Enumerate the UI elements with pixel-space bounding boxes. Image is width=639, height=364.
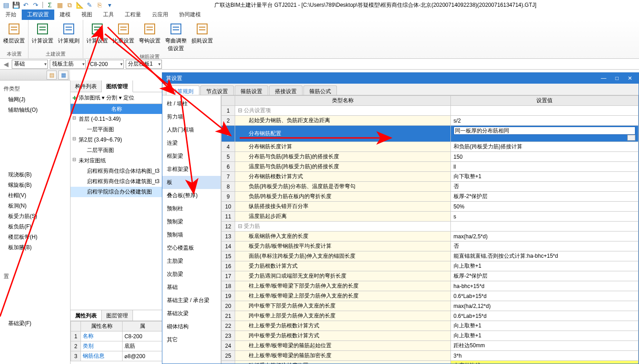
setting-value-input[interactable]: [454, 127, 635, 135]
left-item[interactable]: 板洞(N): [6, 201, 66, 211]
menu-建模[interactable]: 建模: [54, 9, 76, 20]
setting-value[interactable]: [450, 106, 638, 116]
setting-name[interactable]: 分布筋与负筋(跨板受力筋)的搭接长度: [235, 152, 451, 162]
left-item[interactable]: 柱帽(V): [6, 190, 66, 201]
setting-name[interactable]: 柱上板带/板带暗梁上部受力筋伸入支座的长度: [235, 291, 451, 301]
cat-item[interactable]: 次肋梁: [162, 268, 221, 281]
tree-node[interactable]: 启程框剪商住综合体结构图_t3: [71, 166, 163, 176]
cat-item[interactable]: 基础: [162, 281, 221, 294]
cat-item[interactable]: 柱 / 墙柱: [162, 97, 221, 110]
ribbon-弯曲调整值设置[interactable]: 弯曲调整值设置: [165, 22, 187, 52]
cat-item[interactable]: 预制柱: [162, 202, 221, 215]
setting-name[interactable]: 纵筋搭接接头错开百分率: [235, 202, 451, 212]
setting-value[interactable]: 向下取整+1: [450, 172, 638, 182]
mid-tab[interactable]: 构件列表: [71, 80, 102, 92]
mid-tool[interactable]: 添加图纸 ▾: [79, 94, 104, 102]
prop-tab[interactable]: 图层管理: [102, 310, 133, 321]
ribbon-比重设置[interactable]: 比重设置: [112, 22, 135, 45]
setting-name[interactable]: 柱上板带/板带暗梁的箍筋起始位置: [235, 341, 451, 351]
left-item[interactable]: 螺旋板(B): [6, 180, 66, 190]
setting-value[interactable]: 向上取整+1: [450, 321, 638, 331]
minimize-icon[interactable]: —: [598, 75, 609, 81]
cat-item[interactable]: 非框架梁: [162, 163, 221, 176]
ribbon-弯钩设置[interactable]: 弯钩设置: [138, 22, 161, 45]
cat-item[interactable]: 预制墙: [162, 228, 221, 241]
setting-value[interactable]: 板厚-2*保护层: [450, 271, 638, 281]
cat-item[interactable]: 其它: [162, 333, 221, 346]
cat-item[interactable]: 砌体结构: [162, 320, 221, 333]
tree-node[interactable]: 首层 (-0.11~3.49): [71, 114, 163, 124]
menu-工程设置[interactable]: 工程设置: [22, 9, 54, 20]
cat-item[interactable]: 板: [162, 176, 221, 189]
selector-C8-200[interactable]: C8-200: [88, 60, 124, 69]
tree-view-icon[interactable]: ▦: [58, 71, 68, 80]
menu-工程量[interactable]: 工程量: [119, 9, 147, 20]
setting-name[interactable]: ⊟ 受力筋: [235, 222, 451, 232]
ellipsis-button[interactable]: ⋯: [627, 135, 635, 141]
left-item[interactable]: 楼层板带(H): [6, 232, 66, 242]
mid-tool[interactable]: 定位: [123, 94, 134, 102]
setting-name[interactable]: 柱上板带/板带暗梁的箍筋加密长度: [235, 351, 451, 361]
lock-icon[interactable]: ✎: [85, 1, 94, 9]
setting-name[interactable]: 跨中板带受力筋根数计算方式: [235, 331, 451, 341]
compare-icon[interactable]: ⧉: [66, 1, 74, 9]
ribbon-楼层设置[interactable]: 楼层设置: [3, 22, 25, 45]
setting-name[interactable]: 受力筋遇洞口或端部无支座时的弯折长度: [235, 271, 451, 281]
prop-name[interactable]: 钢筋信息: [81, 351, 123, 361]
cat-item[interactable]: 基础主梁 / 承台梁: [162, 294, 221, 307]
setting-name[interactable]: 面筋(单标注跨板受力筋)伸入支座的锚固长度: [235, 251, 451, 261]
setting-name[interactable]: 负筋(跨板受力筋)分布筋、温度筋是否带弯勾: [235, 182, 451, 192]
menu-视图[interactable]: 视图: [76, 9, 98, 20]
selector-基础[interactable]: 基础: [12, 60, 48, 69]
report-icon[interactable]: ▦: [56, 1, 64, 9]
setting-value[interactable]: 0.6*Lab+15*d: [450, 311, 638, 321]
dialog-tab[interactable]: 箍筋设置: [235, 85, 268, 95]
save-icon[interactable]: 💾: [12, 1, 20, 9]
cat-item[interactable]: 剪力墙: [162, 110, 221, 123]
dialog-tab[interactable]: 箍筋公式: [303, 85, 337, 95]
left-item[interactable]: 板加腋(B): [6, 242, 66, 253]
menu-开始[interactable]: 开始: [0, 9, 22, 20]
setting-value[interactable]: 150: [450, 152, 638, 162]
cat-item[interactable]: 框架梁: [162, 150, 221, 163]
prop-name[interactable]: 名称: [81, 331, 123, 341]
setting-name[interactable]: 负筋/跨板受力筋在板内的弯折长度: [235, 192, 451, 202]
selector-筏板主筋[interactable]: 筏板主筋: [50, 60, 86, 69]
export-icon[interactable]: ⎘: [95, 1, 104, 9]
setting-value[interactable]: s: [450, 212, 638, 222]
selector-分层筏板1[interactable]: 分层筏板1: [126, 60, 162, 69]
setting-name[interactable]: 温度筋与负筋(跨板受力筋)的搭接长度: [235, 162, 451, 172]
setting-name[interactable]: 跨板受力筋标注长度位置: [235, 361, 451, 364]
qat-menu-icon[interactable]: ▤: [2, 1, 10, 9]
mid-tool[interactable]: 分割 ▾: [106, 94, 121, 102]
menu-协同建模[interactable]: 协同建模: [174, 9, 206, 20]
menu-云应用[interactable]: 云应用: [147, 9, 174, 20]
tree-node[interactable]: 启程学院综合办公楼建筑图: [71, 187, 163, 197]
setting-value[interactable]: 3*h: [450, 351, 638, 361]
dialog-tab[interactable]: 搭接设置: [269, 85, 303, 95]
setting-value[interactable]: [450, 222, 638, 232]
list-view-icon[interactable]: ▤: [47, 71, 57, 80]
setting-name[interactable]: 跨中板带下部受力筋伸入支座的长度: [235, 301, 451, 311]
setting-name[interactable]: 分布钢筋配置: [235, 126, 451, 142]
setting-value[interactable]: 板厚-2*保护层: [450, 192, 638, 202]
setting-value[interactable]: 向上取整+1: [450, 331, 638, 341]
ribbon-计算规则[interactable]: 计算规则: [57, 22, 80, 45]
setting-value[interactable]: ⋯: [450, 126, 638, 142]
setting-value[interactable]: 否: [450, 182, 638, 192]
left-item[interactable]: 基础梁(F): [6, 318, 66, 329]
cat-item[interactable]: 人防门框墙: [162, 123, 221, 137]
setting-value[interactable]: 距柱边50mm: [450, 341, 638, 351]
maximize-icon[interactable]: □: [613, 75, 621, 81]
setting-name[interactable]: 柱上板带/板带暗梁下部受力筋伸入支座的长度: [235, 281, 451, 291]
setting-name[interactable]: 分布钢筋根数计算方式: [235, 172, 451, 182]
cat-item[interactable]: 空心楼盖板: [162, 241, 221, 255]
prop-name[interactable]: 类别: [81, 341, 123, 351]
setting-value[interactable]: 支座外边线: [450, 361, 638, 364]
setting-name[interactable]: ⊟ 公共设置项: [235, 106, 451, 116]
setting-value[interactable]: 能直锚就直锚,否则按公式计算:ha-bhc+15*d: [450, 251, 638, 261]
tree-node[interactable]: 二层平面图: [71, 145, 163, 156]
ruler-icon[interactable]: 📐: [76, 1, 84, 9]
setting-name[interactable]: 柱上板带受力筋根数计算方式: [235, 321, 451, 331]
ribbon-损耗设置[interactable]: 损耗设置: [191, 22, 213, 45]
